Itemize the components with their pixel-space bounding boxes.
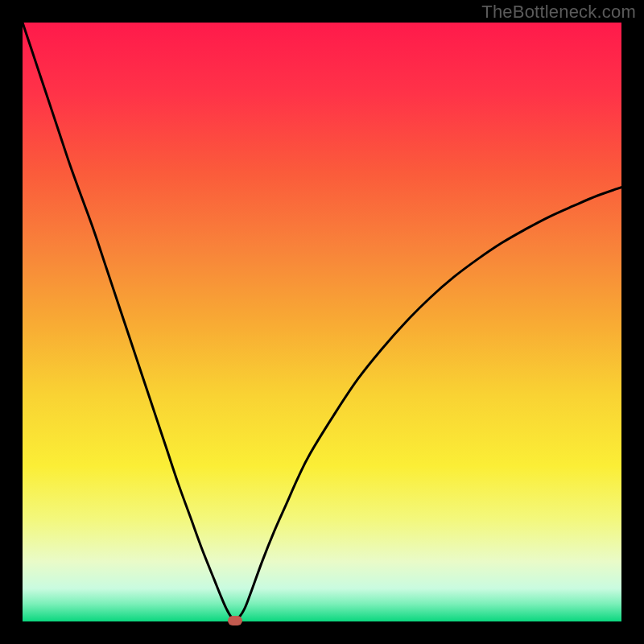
chart-svg <box>23 23 621 621</box>
plot-area <box>23 23 621 621</box>
gradient-background <box>23 23 621 621</box>
optimal-point-marker <box>228 616 242 625</box>
chart-frame: TheBottleneck.com <box>0 0 644 644</box>
watermark-text: TheBottleneck.com <box>481 2 636 23</box>
